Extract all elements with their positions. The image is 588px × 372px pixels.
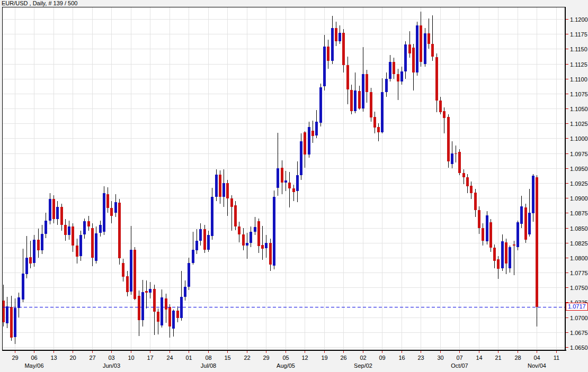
candle-body — [420, 25, 422, 62]
candle-body — [350, 90, 353, 111]
x-axis-day-label: 08 — [205, 355, 211, 361]
candle-body — [513, 244, 515, 246]
x-axis-day-label: 30 — [437, 355, 443, 361]
y-axis-label: 1.0925 — [570, 180, 588, 187]
candle-body — [87, 221, 90, 226]
candlestick-chart[interactable]: 1.12001.11751.11501.11251.11001.10751.10… — [0, 0, 588, 372]
x-axis-month-label: Sep/02 — [354, 362, 372, 369]
y-axis-label: 1.1075 — [570, 91, 588, 97]
candle-body — [524, 207, 527, 240]
candle-body — [157, 312, 159, 321]
candle-body — [106, 194, 109, 208]
y-axis-label: 1.0800 — [570, 255, 588, 261]
candle-body — [130, 250, 132, 292]
candle-body — [37, 240, 40, 250]
candle-body — [451, 153, 453, 164]
x-axis-day-label: 22 — [244, 355, 250, 361]
candle-body — [397, 74, 399, 82]
candle-body — [17, 297, 20, 307]
candle-body — [439, 101, 442, 112]
candle-body — [424, 33, 426, 63]
candle-body — [462, 173, 465, 177]
candle-body — [354, 90, 357, 111]
candle-body — [315, 122, 318, 135]
candle-body — [83, 221, 86, 234]
y-axis-label: 1.0875 — [570, 210, 588, 216]
candle-body — [110, 208, 113, 216]
x-axis-day-label: 19 — [321, 355, 327, 361]
candle-body — [265, 243, 268, 248]
x-axis-day-label: 11 — [554, 355, 559, 361]
x-axis-day-label: 28 — [514, 355, 521, 361]
candle-body — [188, 263, 190, 287]
x-axis-day-label: 01 — [185, 355, 192, 361]
candle-body — [296, 175, 299, 190]
candle-body — [288, 183, 291, 188]
candle-body — [254, 227, 256, 232]
candle-body — [250, 232, 252, 242]
candle-body — [516, 222, 519, 247]
candle-body — [25, 258, 28, 275]
y-axis-label: 1.0700 — [570, 315, 588, 321]
candle-body — [532, 176, 534, 213]
candle-body — [342, 33, 345, 65]
candle-body — [257, 221, 260, 246]
y-axis-label: 1.0675 — [570, 330, 588, 336]
candle-body — [300, 141, 302, 175]
candle-body — [76, 246, 78, 256]
x-axis-day-label: 03 — [108, 355, 114, 361]
candle-body — [366, 74, 368, 92]
candle-body — [238, 226, 240, 234]
candle-body — [192, 250, 194, 263]
current-price-label: 1.0717 — [566, 303, 588, 311]
x-axis-day-label: 23 — [417, 355, 424, 361]
x-axis-day-label: 29 — [263, 355, 269, 361]
candle-body — [458, 152, 461, 173]
x-axis-month-label: Oct/07 — [451, 362, 468, 369]
candle-body — [72, 226, 74, 246]
candle-body — [141, 292, 144, 320]
x-axis-day-label: 04 — [533, 355, 540, 361]
candle-body — [133, 250, 136, 298]
candle-body — [79, 235, 82, 256]
candle-body — [373, 117, 376, 128]
x-axis-day-label: 16 — [398, 355, 405, 361]
candle-body — [273, 197, 275, 266]
candle-body — [393, 62, 395, 74]
y-axis-label: 1.1200 — [570, 16, 588, 23]
candle-body — [56, 207, 59, 219]
candle-body — [536, 177, 538, 307]
candle-body — [501, 241, 504, 268]
y-axis-label: 1.1025 — [570, 121, 588, 127]
candle-body — [482, 228, 484, 241]
x-axis-day-label: 15 — [224, 355, 230, 361]
candle-body — [246, 243, 248, 246]
candle-body — [242, 234, 245, 246]
candle-body — [184, 287, 186, 297]
candle-body — [207, 235, 210, 250]
y-axis-label: 1.0775 — [570, 270, 588, 276]
y-axis-label: 1.1175 — [570, 31, 587, 38]
candle-body — [172, 311, 175, 329]
candle-body — [509, 247, 511, 269]
candle-body — [215, 175, 218, 197]
y-axis-label: 1.0950 — [570, 166, 588, 172]
candle-body — [389, 62, 391, 79]
candle-body — [470, 186, 473, 194]
x-axis-day-label: 17 — [147, 355, 153, 361]
y-axis-label: 1.0975 — [570, 151, 588, 157]
candle-body — [338, 33, 341, 41]
candle-body — [64, 225, 67, 235]
y-axis-label: 1.1000 — [570, 135, 588, 142]
candle-body — [281, 168, 283, 183]
chart-window: { "window": { "title": "EUR/USD , Daily,… — [0, 0, 588, 372]
candle-body — [118, 203, 121, 258]
candle-body — [377, 127, 380, 132]
candle-body — [331, 28, 334, 61]
x-axis-day-label: 27 — [89, 355, 95, 361]
candle-body — [41, 234, 43, 251]
x-axis-month-label: Aug/05 — [277, 362, 295, 369]
candle-body — [474, 193, 477, 210]
x-axis-day-label: 20 — [69, 355, 76, 361]
candle-body — [304, 132, 306, 155]
